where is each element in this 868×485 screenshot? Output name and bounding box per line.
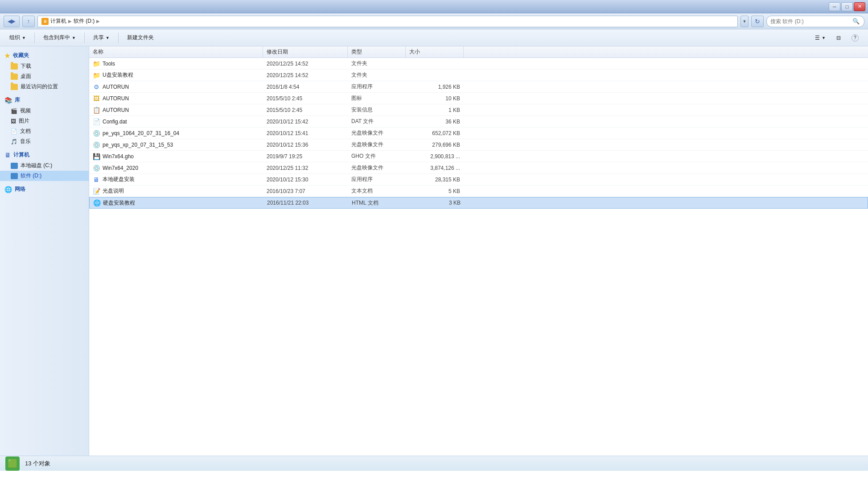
- sidebar-item-music[interactable]: 🎵 音乐: [0, 136, 89, 147]
- file-size-cell: 1,926 KB: [406, 81, 464, 92]
- file-icon: ⚙: [93, 83, 100, 90]
- file-type-cell: 应用程序: [348, 174, 406, 185]
- toolbar-sep-3: [118, 33, 119, 43]
- sidebar-item-drive-c[interactable]: 本地磁盘 (C:): [0, 160, 89, 171]
- view-toggle-button[interactable]: ☰ ▼: [810, 32, 831, 44]
- col-header-date[interactable]: 修改日期: [263, 46, 348, 58]
- col-header-type[interactable]: 类型: [348, 46, 406, 58]
- file-name: AUTORUN: [103, 107, 129, 113]
- help-icon: ?: [852, 34, 859, 41]
- table-row[interactable]: 📄 Config.dat 2020/10/12 15:42 DAT 文件 36 …: [89, 116, 868, 127]
- address-dropdown-button[interactable]: ▼: [740, 16, 749, 27]
- computer-header[interactable]: 🖥 计算机: [0, 149, 89, 160]
- include-library-label: 包含到库中: [43, 34, 70, 41]
- table-row[interactable]: 💿 pe_yqs_1064_20_07_31_16_04 2020/10/12 …: [89, 127, 868, 139]
- preview-button[interactable]: ⊟: [831, 32, 846, 44]
- table-row[interactable]: 🖥 本地硬盘安装 2020/10/12 15:30 应用程序 28,315 KB: [89, 174, 868, 185]
- address-path[interactable]: 🖥 计算机 ▶ 软件 (D:) ▶: [37, 16, 738, 27]
- desktop-folder-icon: [11, 74, 18, 80]
- file-date-cell: 2015/5/10 2:45: [263, 93, 348, 104]
- file-name-cell: ⚙ AUTORUN: [89, 81, 263, 92]
- library-label: 库: [15, 96, 20, 104]
- table-row[interactable]: 🖼 AUTORUN 2015/5/10 2:45 图标 10 KB: [89, 93, 868, 104]
- help-button[interactable]: ?: [847, 32, 864, 44]
- sidebar-item-image[interactable]: 🖼 图片: [0, 116, 89, 126]
- table-row[interactable]: 📁 U盘安装教程 2020/12/25 14:52 文件夹: [89, 70, 868, 81]
- new-folder-button[interactable]: 新建文件夹: [122, 32, 159, 44]
- file-icon: 📁: [93, 60, 100, 67]
- new-folder-label: 新建文件夹: [127, 34, 154, 41]
- file-name: Win7x64.gho: [103, 153, 134, 160]
- include-arrow: ▼: [72, 36, 76, 40]
- sidebar-item-drive-d[interactable]: 软件 (D:): [0, 171, 89, 181]
- network-header[interactable]: 🌐 网络: [0, 184, 89, 195]
- sidebar-item-doc[interactable]: 📄 文档: [0, 126, 89, 136]
- path-drive: 软件 (D:): [74, 17, 95, 25]
- file-type-cell: 光盘映像文件: [348, 139, 406, 150]
- file-name-cell: 🌐 硬盘安装教程: [90, 197, 263, 208]
- col-date-label: 修改日期: [267, 48, 288, 56]
- sidebar-item-video[interactable]: 🎬 视频: [0, 106, 89, 116]
- sidebar-section-computer: 🖥 计算机 本地磁盘 (C:) 软件 (D:): [0, 149, 89, 181]
- library-header[interactable]: 📚 库: [0, 95, 89, 106]
- table-row[interactable]: 💿 pe_yqs_xp_20_07_31_15_53 2020/10/12 15…: [89, 139, 868, 151]
- drive-d-icon: [11, 173, 18, 179]
- file-size-cell: 10 KB: [406, 93, 464, 104]
- desktop-label: 桌面: [21, 73, 31, 80]
- file-name: Config.dat: [103, 119, 127, 125]
- file-size-cell: [406, 70, 464, 81]
- file-size-cell: [406, 58, 464, 69]
- table-row[interactable]: ⚙ AUTORUN 2016/1/8 4:54 应用程序 1,926 KB: [89, 81, 868, 93]
- file-type-cell: 文件夹: [348, 58, 406, 69]
- file-size-cell: 5 KB: [406, 185, 464, 197]
- recent-folder-icon: [11, 84, 18, 90]
- file-type-cell: HTML 文档: [348, 197, 406, 208]
- file-icon: 📄: [93, 118, 100, 125]
- file-type-cell: GHO 文件: [348, 151, 406, 162]
- sidebar-item-recent[interactable]: 最近访问的位置: [0, 82, 89, 92]
- minimize-button[interactable]: ─: [829, 2, 840, 11]
- downloads-folder-icon: [11, 63, 18, 70]
- refresh-button[interactable]: ↻: [751, 16, 764, 27]
- include-library-button[interactable]: 包含到库中 ▼: [38, 32, 81, 44]
- sidebar-section-library: 📚 库 🎬 视频 🖼 图片 📄 文档 🎵 音乐: [0, 95, 89, 147]
- search-input[interactable]: [770, 18, 850, 25]
- table-row[interactable]: 💿 Win7x64_2020 2020/12/25 11:32 光盘映像文件 3…: [89, 162, 868, 174]
- organize-button[interactable]: 组织 ▼: [4, 32, 31, 44]
- share-button[interactable]: 共享 ▼: [88, 32, 115, 44]
- file-type-cell: 光盘映像文件: [348, 127, 406, 139]
- table-row[interactable]: 📁 Tools 2020/12/25 14:52 文件夹: [89, 58, 868, 70]
- col-header-name[interactable]: 名称: [89, 46, 263, 58]
- search-icon[interactable]: 🔍: [852, 17, 860, 26]
- doc-label: 文档: [20, 127, 31, 135]
- col-header-size[interactable]: 大小: [406, 46, 464, 58]
- file-date-cell: 2015/5/10 2:45: [263, 104, 348, 115]
- recent-label: 最近访问的位置: [21, 83, 58, 90]
- status-app-icon: 🟩: [5, 456, 20, 471]
- doc-icon: 📄: [11, 128, 17, 135]
- music-label: 音乐: [20, 138, 31, 145]
- file-name: 本地硬盘安装: [103, 176, 135, 183]
- sidebar-item-desktop[interactable]: 桌面: [0, 71, 89, 82]
- file-name-cell: 💿 pe_yqs_1064_20_07_31_16_04: [89, 127, 263, 139]
- computer-section-icon: 🖥: [4, 152, 11, 159]
- maximize-button[interactable]: □: [841, 2, 853, 11]
- organize-arrow: ▼: [22, 36, 26, 40]
- file-name-cell: 💿 Win7x64_2020: [89, 162, 263, 173]
- file-name-cell: 📝 光盘说明: [89, 185, 263, 197]
- file-icon: 📋: [93, 107, 100, 114]
- table-row[interactable]: 💾 Win7x64.gho 2019/9/7 19:25 GHO 文件 2,90…: [89, 151, 868, 162]
- video-label: 视频: [20, 107, 31, 115]
- table-row[interactable]: 📋 AUTORUN 2015/5/10 2:45 安装信息 1 KB: [89, 104, 868, 116]
- table-row[interactable]: 📝 光盘说明 2016/10/23 7:07 文本文档 5 KB: [89, 185, 868, 197]
- sidebar-item-downloads[interactable]: 下载: [0, 61, 89, 71]
- back-button[interactable]: ◀ ▶: [4, 16, 20, 27]
- file-date-cell: 2016/1/8 4:54: [263, 81, 348, 92]
- favorites-header[interactable]: ★ 收藏夹: [0, 50, 89, 61]
- table-row[interactable]: 🌐 硬盘安装教程 2016/11/21 22:03 HTML 文档 3 KB: [89, 197, 868, 209]
- sidebar-section-favorites: ★ 收藏夹 下载 桌面 最近访问的位置: [0, 50, 89, 92]
- close-button[interactable]: ✕: [854, 2, 865, 11]
- preview-icon: ⊟: [836, 35, 841, 41]
- up-button[interactable]: ↑: [22, 16, 35, 27]
- computer-icon: 🖥: [41, 18, 49, 25]
